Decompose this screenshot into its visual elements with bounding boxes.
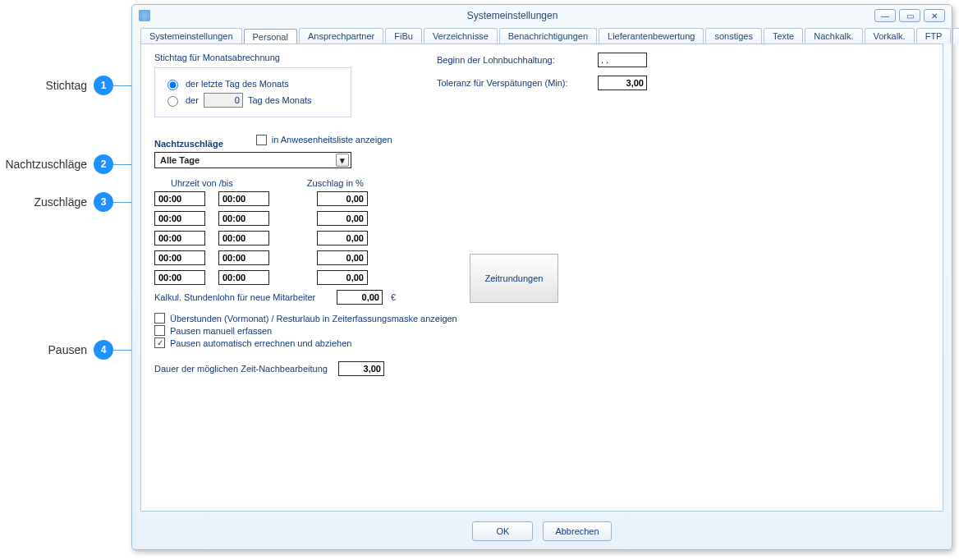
window: Systemeinstellungen — ▭ ✕ Systemeinstell… [131, 4, 952, 550]
stichtag-opt2-suf: Tag des Monats [248, 95, 312, 105]
tab-sonstiges[interactable]: sonstiges [705, 28, 761, 44]
tab-systemeinstellungen[interactable]: Systemeinstellungen [140, 28, 242, 44]
tab-nachkalk[interactable]: Nachkalk. [805, 28, 862, 44]
close-button[interactable]: ✕ [924, 9, 945, 22]
tab-benachrichtigungen[interactable]: Benachrichtigungen [499, 28, 597, 44]
stichtag-opt1-label: der letzte Tag des Monats [186, 79, 289, 89]
annot-zuschlaege: Zuschläge [34, 195, 87, 209]
zu-r4-bis[interactable] [218, 270, 269, 285]
tab-strip: Systemeinstellungen Personal Ansprechpar… [132, 26, 952, 44]
annot-stichtag: Stichtag [45, 79, 87, 92]
tab-ansprechpartner[interactable]: Ansprechpartner [299, 28, 383, 44]
stichtag-radio-specific-day[interactable] [167, 96, 178, 107]
ok-button[interactable]: OK [472, 521, 533, 541]
annot-nachtzuschlaege: Nachtzuschläge [5, 158, 87, 171]
app-icon [139, 10, 150, 21]
tab-ftp[interactable]: FTP [916, 28, 952, 44]
euro-label: € [391, 292, 396, 302]
stichtag-day-input[interactable] [204, 93, 243, 108]
lohn-tol-label: Toleranz für Verspätungen (Min): [437, 78, 593, 88]
lohn-tol-input[interactable] [598, 76, 647, 90]
chk-ueberstunden-label: Überstunden (Vormonat) / Resturlaub in Z… [170, 314, 457, 324]
zu-r4-von[interactable] [154, 270, 205, 285]
zu-r0-pct[interactable] [317, 191, 368, 206]
zu-r4-pct[interactable] [317, 270, 368, 285]
badge-1: 1 [94, 76, 113, 95]
chk-pausen-manuell[interactable] [154, 325, 165, 336]
chevron-down-icon: ▾ [336, 154, 349, 167]
stichtag-opt2-pre: der [186, 95, 199, 105]
zeitrundungen-button[interactable]: Zeitrundungen [470, 254, 558, 303]
zu-r1-von[interactable] [154, 211, 205, 226]
tab-texte[interactable]: Texte [764, 28, 803, 44]
zu-r1-bis[interactable] [218, 211, 269, 226]
zu-r2-pct[interactable] [317, 231, 368, 246]
stichtag-radio-last-day[interactable] [167, 80, 178, 90]
chk-ueberstunden[interactable] [154, 313, 165, 324]
dauer-input[interactable] [338, 361, 384, 376]
zu-h1: Uhrzeit von /bis [171, 178, 233, 188]
annot-pausen: Pausen [48, 343, 87, 356]
maximize-button[interactable]: ▭ [899, 9, 920, 22]
lohn-begin-input[interactable] [598, 53, 647, 67]
nacht-anwesenheit-checkbox[interactable] [256, 135, 267, 145]
zeitrundungen-button-label: Zeitrundungen [485, 273, 544, 283]
kalk-input[interactable] [337, 290, 383, 305]
nacht-chk-label: in Anwesenheitsliste anzeigen [272, 135, 392, 145]
zu-r0-bis[interactable] [218, 191, 269, 206]
tab-fibu[interactable]: FiBu [385, 28, 422, 44]
tab-oxid[interactable]: OXID [952, 28, 959, 44]
zu-r2-von[interactable] [154, 231, 205, 246]
zu-r3-von[interactable] [154, 250, 205, 265]
zu-r3-pct[interactable] [317, 250, 368, 265]
cancel-button[interactable]: Abbrechen [543, 521, 611, 541]
badge-2: 2 [94, 154, 113, 174]
zu-r2-bis[interactable] [218, 231, 269, 246]
zu-r0-von[interactable] [154, 191, 205, 206]
badge-4: 4 [94, 340, 113, 360]
badge-3: 3 [94, 192, 113, 212]
kalk-label: Kalkul. Stundenlohn für neue Mitarbeiter [154, 292, 328, 302]
tab-personal[interactable]: Personal [244, 29, 297, 44]
nacht-select-value: Alle Tage [160, 155, 200, 165]
dauer-label: Dauer der möglichen Zeit-Nachbearbeitung [154, 364, 328, 374]
tab-vorkalk[interactable]: Vorkalk. [865, 28, 915, 44]
zu-r3-bis[interactable] [218, 250, 269, 265]
nacht-title: Nachtzuschläge [154, 139, 223, 149]
lohn-begin-label: Beginn der Lohnbuchhaltung: [437, 55, 593, 65]
chk-pausen-auto[interactable]: ✓ [154, 337, 165, 348]
chk-pausen-manuell-label: Pausen manuell erfassen [170, 326, 272, 336]
titlebar: Systemeinstellungen — ▭ ✕ [132, 5, 952, 26]
tab-verzeichnisse[interactable]: Verzeichnisse [424, 28, 498, 44]
window-title: Systemeinstellungen [150, 10, 874, 21]
nacht-select[interactable]: Alle Tage ▾ [154, 152, 351, 168]
zu-h2: Zuschlag in % [307, 178, 364, 188]
chk-pausen-auto-label: Pausen automatisch errechnen und abziehe… [170, 338, 351, 348]
minimize-button[interactable]: — [874, 9, 896, 22]
footer-bar: OK Abbrechen [132, 516, 952, 549]
tab-lieferantenbewertung[interactable]: Lieferantenbewertung [599, 28, 704, 44]
tab-panel-personal: Stichtag für Monatsabrechnung der letzte… [140, 44, 943, 512]
zu-r1-pct[interactable] [317, 211, 368, 226]
